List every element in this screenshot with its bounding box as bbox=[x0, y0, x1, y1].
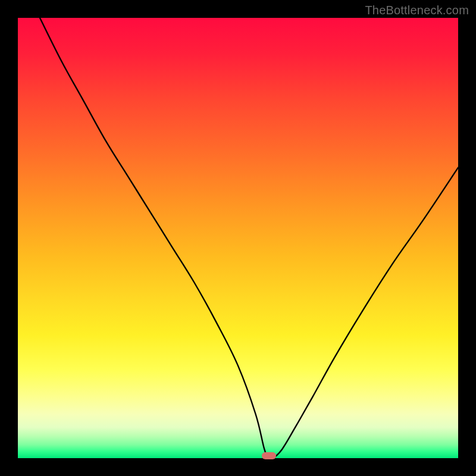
curve-path bbox=[40, 18, 458, 458]
bottleneck-curve bbox=[18, 18, 458, 458]
plot-area bbox=[18, 18, 458, 458]
optimal-point-marker bbox=[262, 452, 276, 459]
chart-frame: TheBottleneck.com bbox=[0, 0, 476, 476]
watermark-text: TheBottleneck.com bbox=[365, 4, 469, 17]
